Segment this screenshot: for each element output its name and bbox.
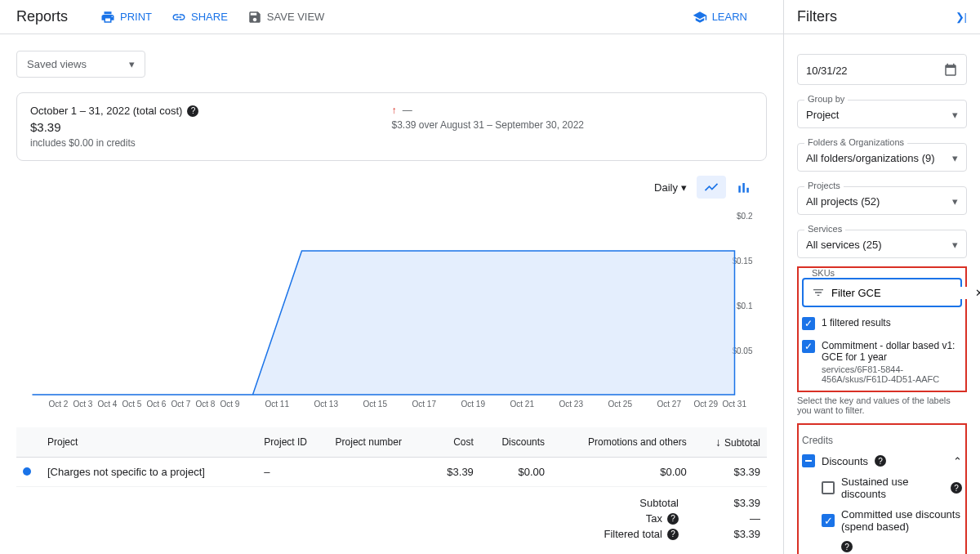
tax-value: — — [711, 512, 760, 525]
table-row[interactable]: [Charges not specific to a project] – $3… — [16, 458, 767, 487]
svg-text:Oct 9: Oct 9 — [220, 400, 240, 409]
calendar-icon — [943, 63, 958, 78]
discounts-label: Discounts — [822, 455, 868, 467]
sku-item-name: Commitment - dollar based v1: GCE for 1 … — [822, 340, 962, 363]
subtotal-label: Subtotal — [639, 497, 679, 509]
label-hint: Select the key and values of the labels … — [797, 395, 967, 415]
col-project[interactable]: Project — [41, 427, 257, 458]
comparison-text: $3.39 over August 31 – September 30, 202… — [392, 119, 585, 131]
dropdown-icon: ▾ — [681, 181, 687, 194]
help-icon[interactable]: ? — [667, 529, 679, 540]
svg-text:Oct 3: Oct 3 — [74, 400, 93, 409]
svg-text:Oct 21: Oct 21 — [510, 400, 535, 409]
dropdown-icon: ▾ — [952, 239, 958, 251]
tax-label: Tax — [646, 512, 662, 525]
sku-filter-input-wrap: ✕ — [802, 278, 962, 307]
projects-field[interactable]: Projects All projects (52) ▾ — [797, 186, 967, 215]
svg-rect-1 — [742, 183, 745, 193]
help-icon[interactable]: ? — [667, 513, 679, 525]
svg-text:Oct 31: Oct 31 — [723, 400, 747, 409]
svg-text:Oct 15: Oct 15 — [363, 400, 388, 409]
sustained-checkbox[interactable] — [822, 481, 835, 494]
sort-down-icon: ↓ — [715, 436, 721, 449]
svg-text:Oct 2: Oct 2 — [49, 400, 69, 409]
comparison-dash: — — [403, 105, 412, 116]
summary-sub: includes $0.00 in credits — [30, 137, 753, 149]
saved-views-dropdown[interactable]: Saved views ▾ — [16, 51, 145, 78]
folders-field[interactable]: Folders & Organizations All folders/orga… — [797, 143, 967, 172]
svg-text:Oct 4: Oct 4 — [98, 400, 118, 409]
page-header: Reports PRINT SHARE SAVE VIEW — [0, 0, 783, 34]
up-arrow-icon: ↑ — [392, 105, 397, 116]
filtered-results-checkbox[interactable]: ✓ — [802, 317, 815, 330]
filtered-results-label: 1 filtered results — [822, 317, 891, 328]
sustained-label: Sustained use discounts — [841, 476, 944, 500]
date-field[interactable]: 10/31/22 — [797, 54, 967, 85]
svg-text:Oct 11: Oct 11 — [265, 400, 290, 409]
filters-title: Filters — [797, 8, 837, 25]
col-project-id[interactable]: Project ID — [257, 427, 328, 458]
sku-filter-input[interactable] — [831, 287, 969, 299]
sku-item-path: services/6F81-5844-456A/skus/F61D-4D51-A… — [822, 364, 962, 384]
link-icon — [172, 10, 186, 25]
filter-icon — [812, 286, 825, 299]
svg-text:Oct 19: Oct 19 — [461, 400, 486, 409]
print-button[interactable]: PRINT — [100, 10, 152, 25]
filtered-total-label: Filtered total — [604, 528, 662, 540]
sku-item-checkbox[interactable]: ✓ — [802, 340, 815, 353]
discounts-checkbox[interactable] — [802, 454, 815, 467]
save-view-button[interactable]: SAVE VIEW — [247, 10, 325, 25]
help-icon[interactable]: ? — [187, 105, 198, 117]
svg-text:Oct 6: Oct 6 — [147, 400, 167, 409]
summary-title: October 1 – 31, 2022 (total cost) — [30, 105, 182, 117]
dropdown-icon: ▾ — [952, 109, 958, 121]
committed-label: Committed use discounts (spend based) — [841, 508, 962, 533]
col-discounts[interactable]: Discounts — [480, 427, 551, 458]
svg-text:$0.05: $0.05 — [732, 346, 752, 355]
series-dot — [23, 467, 31, 476]
bar-chart-button[interactable] — [729, 176, 759, 199]
svg-text:Oct 7: Oct 7 — [172, 400, 191, 409]
col-subtotal[interactable]: ↓Subtotal — [693, 427, 767, 458]
svg-text:$0.15: $0.15 — [732, 257, 752, 266]
col-project-number[interactable]: Project number — [329, 427, 430, 458]
cost-table: Project Project ID Project number Cost D… — [16, 427, 767, 487]
collapse-icon[interactable]: ❯| — [956, 11, 967, 23]
svg-text:Oct 23: Oct 23 — [559, 400, 584, 409]
committed-checkbox[interactable]: ✓ — [822, 514, 835, 527]
summary-card: October 1 – 31, 2022 (total cost) ? $3.3… — [16, 92, 767, 161]
dropdown-icon: ▾ — [952, 152, 958, 164]
svg-text:$0.2: $0.2 — [737, 212, 753, 221]
granularity-dropdown[interactable]: Daily ▾ — [654, 181, 687, 194]
print-icon — [100, 10, 115, 25]
svg-text:Oct 17: Oct 17 — [412, 400, 437, 409]
line-chart-button[interactable] — [697, 176, 726, 199]
svg-text:$0.1: $0.1 — [737, 302, 753, 311]
group-by-field[interactable]: Group by Project ▾ — [797, 100, 967, 128]
filters-panel: Filters ❯| 10/31/22 Group by Project ▾ F… — [784, 0, 980, 554]
dropdown-icon: ▾ — [129, 58, 135, 70]
learn-icon — [693, 10, 707, 25]
credits-label: Credits — [802, 435, 962, 446]
credits-highlight: Credits Discounts ? ⌃ Sustained use disc… — [797, 423, 967, 554]
subtotal-value: $3.39 — [711, 497, 760, 509]
close-icon[interactable]: ✕ — [975, 287, 980, 299]
share-button[interactable]: SHARE — [172, 10, 228, 25]
save-icon — [247, 10, 262, 25]
col-cost[interactable]: Cost — [430, 427, 480, 458]
svg-text:Oct 25: Oct 25 — [608, 400, 633, 409]
page-title: Reports — [16, 8, 68, 25]
help-icon[interactable]: ? — [951, 482, 962, 494]
help-icon[interactable]: ? — [875, 455, 886, 467]
help-icon[interactable]: ? — [841, 541, 853, 552]
cost-chart: $0.2 $0.15 $0.1 $0.05 Oct 2 Oct 3 Oct 4 … — [16, 207, 767, 411]
services-field[interactable]: Services All services (25) ▾ — [797, 230, 967, 258]
svg-text:Oct 29: Oct 29 — [694, 400, 719, 409]
svg-text:Oct 13: Oct 13 — [314, 400, 339, 409]
col-promotions[interactable]: Promotions and others — [551, 427, 693, 458]
svg-text:Oct 27: Oct 27 — [657, 400, 682, 409]
chevron-up-icon[interactable]: ⌃ — [953, 455, 962, 467]
svg-text:Oct 8: Oct 8 — [196, 400, 216, 409]
learn-button[interactable]: LEARN — [693, 10, 747, 25]
dropdown-icon: ▾ — [952, 195, 958, 208]
